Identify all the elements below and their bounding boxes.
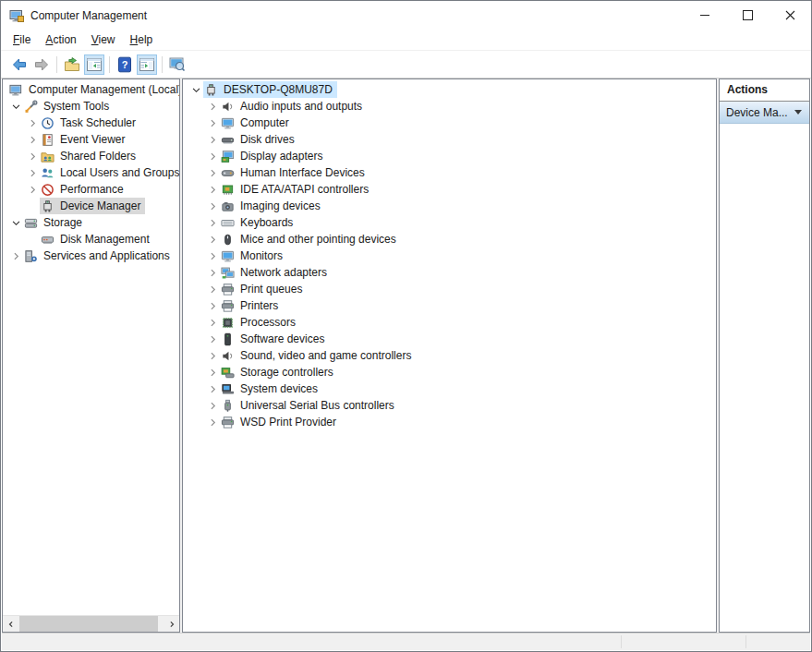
chevron-collapsed-icon[interactable] [205,215,220,230]
chevron-collapsed-icon[interactable] [205,115,220,130]
chevron-collapsed-icon[interactable] [205,182,220,197]
toolbar-separator [109,56,110,73]
scroll-right-icon[interactable] [164,616,179,632]
status-bar [2,633,810,650]
tree-item-shared-folders[interactable]: Shared Folders [3,148,179,164]
tree-item-performance[interactable]: Performance [3,181,179,198]
maximize-button[interactable] [726,1,769,30]
tree-item-storage-controllers[interactable]: Storage controllers [183,364,716,380]
tree-item-printers[interactable]: Printers [183,297,716,314]
chevron-collapsed-icon[interactable] [205,332,220,346]
tree-item-print-queues[interactable]: Print queues [183,281,716,297]
tree-item-system-devices[interactable]: System devices [183,380,716,397]
title-bar[interactable]: Computer Management [1,1,811,30]
chevron-collapsed-icon[interactable] [205,315,220,330]
tree-item-services-and-applications[interactable]: Services and Applications [3,248,179,264]
tree-item-human-interface-devices[interactable]: Human Interface Devices [183,164,716,181]
svg-text:?: ? [122,59,128,70]
back-button[interactable] [9,54,30,75]
status-bar-divider [621,635,622,648]
menu-action[interactable]: Action [38,30,83,49]
chevron-collapsed-icon[interactable] [8,248,23,263]
export-list-button[interactable] [62,54,82,75]
tree-item-disk-management[interactable]: Disk Management [3,231,179,248]
chevron-collapsed-icon[interactable] [25,182,40,197]
tree-item-system-tools[interactable]: System Tools [3,98,179,115]
tree-item-label: Keyboards [238,215,295,230]
menu-view[interactable]: View [84,30,123,49]
tree-item-wsd-print-provider[interactable]: WSD Print Provider [183,414,716,430]
show-hide-console-tree-button[interactable] [84,54,104,75]
chevron-collapsed-icon[interactable] [205,381,220,396]
tree-item-ide-ata-atapi-controllers[interactable]: IDE ATA/ATAPI controllers [183,181,716,198]
forward-button[interactable] [31,54,52,75]
chevron-collapsed-icon[interactable] [205,99,220,114]
tree-item-universal-serial-bus-controllers[interactable]: Universal Serial Bus controllers [183,397,716,414]
tree-item-device-manager[interactable]: Device Manager [3,198,179,214]
tree-item-computer[interactable]: Computer [183,115,716,131]
tree-item-event-viewer[interactable]: Event Viewer [3,131,179,148]
chevron-collapsed-icon[interactable] [25,115,40,130]
tree-item-network-adapters[interactable]: Network adapters [183,264,716,281]
tree-item-processors[interactable]: Processors [183,314,716,331]
chevron-collapsed-icon[interactable] [205,282,220,296]
tree-item-label: Imaging devices [238,199,322,213]
chevron-expanded-icon[interactable] [8,99,23,114]
chevron-collapsed-icon[interactable] [205,398,220,413]
chevron-collapsed-icon[interactable] [25,165,40,180]
tree-item-display-adapters[interactable]: Display adapters [183,148,716,164]
tree-item-disk-drives[interactable]: Disk drives [183,131,716,148]
tree-item-desktop-q8mu87d[interactable]: DESKTOP-Q8MU87D [183,81,716,98]
chevron-collapsed-icon[interactable] [205,149,220,163]
actions-header: Actions [720,79,809,102]
chevron-collapsed-icon[interactable] [205,199,220,213]
chevron-collapsed-icon[interactable] [205,348,220,363]
tree-item-task-scheduler[interactable]: Task Scheduler [3,115,179,131]
printer-icon [220,282,235,296]
tree-item-mice-and-other-pointing-devices[interactable]: Mice and other pointing devices [183,231,716,248]
chevron-collapsed-icon[interactable] [205,298,220,313]
tree-item-imaging-devices[interactable]: Imaging devices [183,198,716,214]
tree-item-storage[interactable]: Storage [3,214,179,231]
chevron-expanded-icon[interactable] [8,215,23,230]
chevron-collapsed-icon[interactable] [205,415,220,429]
tree-item-label: Computer [238,115,291,130]
monitor-icon [220,248,235,263]
scrollbar-thumb[interactable] [19,616,158,632]
tree-item-software-devices[interactable]: Software devices [183,331,716,347]
chevron-collapsed-icon[interactable] [205,248,220,263]
scroll-left-icon[interactable] [3,616,18,632]
minimize-button[interactable] [684,1,726,30]
menu-help[interactable]: Help [123,30,161,49]
chevron-collapsed-icon[interactable] [25,149,40,163]
tree-item-label: Universal Serial Bus controllers [238,398,396,413]
dropdown-chevron-icon[interactable] [794,110,802,115]
horizontal-scrollbar[interactable] [3,615,179,632]
close-button[interactable] [769,1,811,30]
chevron-collapsed-icon[interactable] [205,232,220,247]
tree-item-sound-video-and-game-controllers[interactable]: Sound, video and game controllers [183,347,716,364]
show-hide-action-pane-button[interactable] [137,54,157,75]
printer-icon [220,415,235,429]
tree-item-keyboards[interactable]: Keyboards [183,214,716,231]
chevron-collapsed-icon[interactable] [205,365,220,380]
chevron-collapsed-icon[interactable] [25,132,40,147]
tree-item-audio-inputs-and-outputs[interactable]: Audio inputs and outputs [183,98,716,115]
tree-item-label: Network adapters [238,265,329,280]
chevron-collapsed-icon[interactable] [205,165,220,180]
tree-item-label: DESKTOP-Q8MU87D [222,82,334,97]
tree-item-computer-management-local[interactable]: Computer Management (Local) [3,81,179,98]
chevron-collapsed-icon[interactable] [205,265,220,280]
menu-file[interactable]: File [6,30,38,49]
actions-group-device-manager[interactable]: Device Ma... [720,102,809,124]
tree-item-label: Software devices [238,332,326,346]
tree-item-local-users-and-groups[interactable]: Local Users and Groups [3,164,179,181]
status-bar-divider [745,635,746,648]
scan-for-changes-button[interactable] [167,54,188,75]
tree-item-label: Shared Folders [58,149,138,163]
chevron-expanded-icon[interactable] [188,82,203,97]
help-button[interactable]: ? [115,54,135,75]
tree-item-monitors[interactable]: Monitors [183,248,716,264]
storage-controller-icon [220,365,235,380]
chevron-collapsed-icon[interactable] [205,132,220,147]
